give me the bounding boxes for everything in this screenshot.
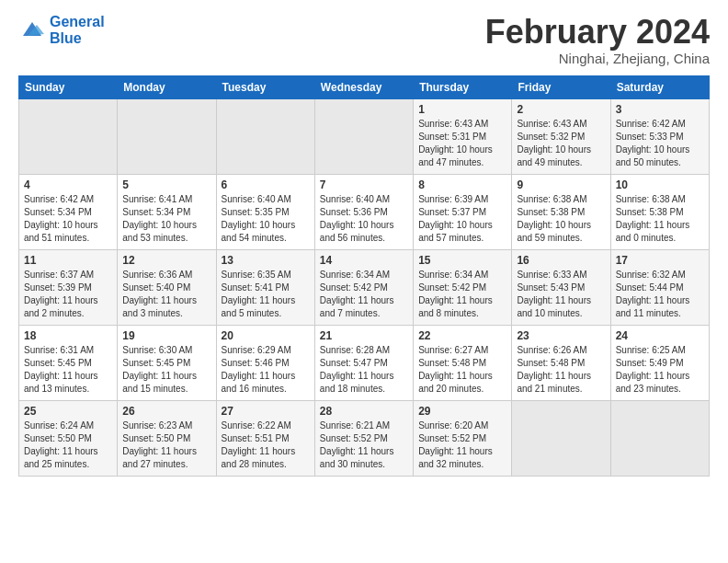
calendar-week-row: 1Sunrise: 6:43 AM Sunset: 5:31 PM Daylig… [19,98,710,174]
weekday-header-friday: Friday [512,75,610,98]
calendar-cell: 24Sunrise: 6:25 AM Sunset: 5:49 PM Dayli… [610,325,709,400]
page: General Blue February 2024 Ninghai, Zhej… [0,0,728,486]
day-info: Sunrise: 6:42 AM Sunset: 5:33 PM Dayligh… [616,118,704,169]
calendar-cell: 27Sunrise: 6:22 AM Sunset: 5:51 PM Dayli… [216,400,314,476]
location: Ninghai, Zhejiang, China [485,51,710,66]
calendar-cell [216,98,314,174]
calendar-cell [118,98,216,174]
calendar-cell: 9Sunrise: 6:38 AM Sunset: 5:38 PM Daylig… [512,174,610,249]
calendar-cell: 28Sunrise: 6:21 AM Sunset: 5:52 PM Dayli… [314,400,413,476]
day-number: 2 [517,103,605,116]
calendar-cell: 7Sunrise: 6:40 AM Sunset: 5:36 PM Daylig… [314,174,413,249]
month-title: February 2024 [485,14,710,51]
day-info: Sunrise: 6:33 AM Sunset: 5:43 PM Dayligh… [517,269,605,320]
calendar-cell: 23Sunrise: 6:26 AM Sunset: 5:48 PM Dayli… [512,325,610,400]
calendar-cell: 25Sunrise: 6:24 AM Sunset: 5:50 PM Dayli… [19,400,118,476]
weekday-header-sunday: Sunday [19,75,118,98]
calendar-cell: 3Sunrise: 6:42 AM Sunset: 5:33 PM Daylig… [610,98,709,174]
day-number: 25 [24,405,112,418]
calendar-cell [610,400,709,476]
calendar-cell [512,400,610,476]
day-info: Sunrise: 6:43 AM Sunset: 5:32 PM Dayligh… [517,118,605,169]
day-number: 10 [616,178,704,191]
day-number: 13 [222,254,310,267]
calendar-cell: 14Sunrise: 6:34 AM Sunset: 5:42 PM Dayli… [314,249,413,325]
logo-icon [18,17,46,43]
calendar-cell: 29Sunrise: 6:20 AM Sunset: 5:52 PM Dayli… [414,400,512,476]
day-info: Sunrise: 6:23 AM Sunset: 5:50 PM Dayligh… [122,419,210,471]
logo-text: General Blue [50,14,105,46]
day-number: 1 [418,103,506,116]
day-info: Sunrise: 6:29 AM Sunset: 5:46 PM Dayligh… [222,344,310,396]
day-info: Sunrise: 6:40 AM Sunset: 5:35 PM Dayligh… [222,193,310,245]
weekday-header-monday: Monday [118,75,216,98]
weekday-header-row: SundayMondayTuesdayWednesdayThursdayFrid… [19,75,710,98]
day-info: Sunrise: 6:39 AM Sunset: 5:37 PM Dayligh… [418,193,506,245]
day-number: 23 [517,329,605,342]
day-info: Sunrise: 6:28 AM Sunset: 5:47 PM Dayligh… [320,344,408,396]
calendar-cell: 13Sunrise: 6:35 AM Sunset: 5:41 PM Dayli… [216,249,314,325]
day-info: Sunrise: 6:20 AM Sunset: 5:52 PM Dayligh… [418,419,506,471]
day-number: 27 [222,405,310,418]
calendar-cell: 12Sunrise: 6:36 AM Sunset: 5:40 PM Dayli… [118,249,216,325]
calendar-cell: 4Sunrise: 6:42 AM Sunset: 5:34 PM Daylig… [19,174,118,249]
day-number: 8 [418,178,506,191]
calendar-cell: 17Sunrise: 6:32 AM Sunset: 5:44 PM Dayli… [610,249,709,325]
day-info: Sunrise: 6:37 AM Sunset: 5:39 PM Dayligh… [24,269,112,320]
calendar-cell [314,98,413,174]
day-number: 9 [517,178,605,191]
day-number: 12 [122,254,210,267]
calendar-cell: 16Sunrise: 6:33 AM Sunset: 5:43 PM Dayli… [512,249,610,325]
calendar-cell: 21Sunrise: 6:28 AM Sunset: 5:47 PM Dayli… [314,325,413,400]
day-number: 20 [222,329,310,342]
calendar-cell: 18Sunrise: 6:31 AM Sunset: 5:45 PM Dayli… [19,325,118,400]
day-number: 7 [320,178,408,191]
weekday-header-tuesday: Tuesday [216,75,314,98]
calendar-cell: 26Sunrise: 6:23 AM Sunset: 5:50 PM Dayli… [118,400,216,476]
title-block: February 2024 Ninghai, Zhejiang, China [485,14,710,66]
calendar-cell: 19Sunrise: 6:30 AM Sunset: 5:45 PM Dayli… [118,325,216,400]
day-number: 3 [616,103,704,116]
day-info: Sunrise: 6:32 AM Sunset: 5:44 PM Dayligh… [616,269,704,320]
day-number: 15 [418,254,506,267]
day-info: Sunrise: 6:38 AM Sunset: 5:38 PM Dayligh… [517,193,605,245]
day-info: Sunrise: 6:43 AM Sunset: 5:31 PM Dayligh… [418,118,506,169]
calendar-cell: 5Sunrise: 6:41 AM Sunset: 5:34 PM Daylig… [118,174,216,249]
day-number: 17 [616,254,704,267]
day-info: Sunrise: 6:35 AM Sunset: 5:41 PM Dayligh… [222,269,310,320]
day-info: Sunrise: 6:21 AM Sunset: 5:52 PM Dayligh… [320,419,408,471]
day-info: Sunrise: 6:22 AM Sunset: 5:51 PM Dayligh… [222,419,310,471]
calendar-cell: 20Sunrise: 6:29 AM Sunset: 5:46 PM Dayli… [216,325,314,400]
weekday-header-thursday: Thursday [414,75,512,98]
calendar-cell [19,98,118,174]
day-number: 4 [24,178,112,191]
header: General Blue February 2024 Ninghai, Zhej… [18,14,710,66]
calendar-cell: 6Sunrise: 6:40 AM Sunset: 5:35 PM Daylig… [216,174,314,249]
day-number: 22 [418,329,506,342]
weekday-header-saturday: Saturday [610,75,709,98]
day-info: Sunrise: 6:38 AM Sunset: 5:38 PM Dayligh… [616,193,704,245]
day-number: 29 [418,405,506,418]
day-info: Sunrise: 6:34 AM Sunset: 5:42 PM Dayligh… [418,269,506,320]
calendar-table: SundayMondayTuesdayWednesdayThursdayFrid… [18,75,710,477]
day-number: 6 [222,178,310,191]
day-info: Sunrise: 6:25 AM Sunset: 5:49 PM Dayligh… [616,344,704,396]
day-info: Sunrise: 6:30 AM Sunset: 5:45 PM Dayligh… [122,344,210,396]
day-number: 16 [517,254,605,267]
calendar-cell: 10Sunrise: 6:38 AM Sunset: 5:38 PM Dayli… [610,174,709,249]
day-info: Sunrise: 6:42 AM Sunset: 5:34 PM Dayligh… [24,193,112,245]
day-info: Sunrise: 6:36 AM Sunset: 5:40 PM Dayligh… [122,269,210,320]
day-info: Sunrise: 6:40 AM Sunset: 5:36 PM Dayligh… [320,193,408,245]
calendar-week-row: 11Sunrise: 6:37 AM Sunset: 5:39 PM Dayli… [19,249,710,325]
day-number: 21 [320,329,408,342]
calendar-week-row: 18Sunrise: 6:31 AM Sunset: 5:45 PM Dayli… [19,325,710,400]
logo: General Blue [18,14,105,46]
day-number: 18 [24,329,112,342]
day-number: 5 [122,178,210,191]
day-number: 14 [320,254,408,267]
calendar-cell: 2Sunrise: 6:43 AM Sunset: 5:32 PM Daylig… [512,98,610,174]
calendar-week-row: 4Sunrise: 6:42 AM Sunset: 5:34 PM Daylig… [19,174,710,249]
calendar-cell: 8Sunrise: 6:39 AM Sunset: 5:37 PM Daylig… [414,174,512,249]
day-info: Sunrise: 6:31 AM Sunset: 5:45 PM Dayligh… [24,344,112,396]
calendar-week-row: 25Sunrise: 6:24 AM Sunset: 5:50 PM Dayli… [19,400,710,476]
